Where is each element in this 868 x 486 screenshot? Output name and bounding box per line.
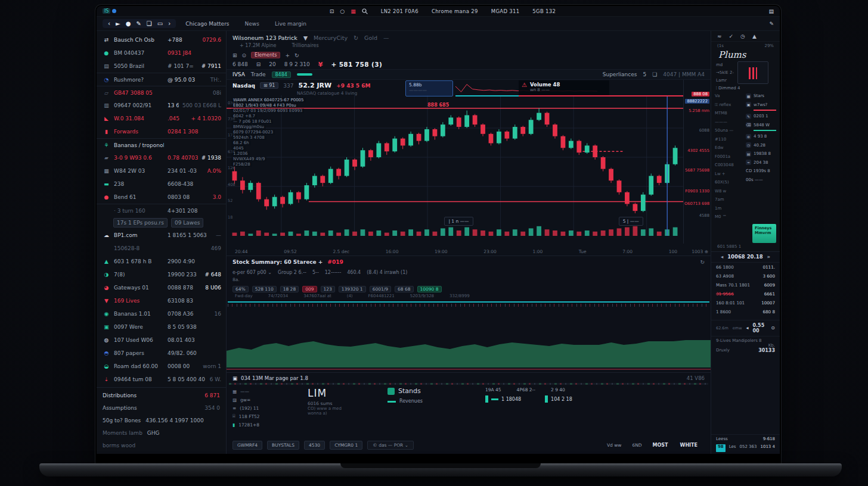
- price-axis-label[interactable]: 88822222: [685, 99, 709, 104]
- stat-chip[interactable]: 6001/9: [370, 286, 391, 292]
- watchlist-row[interactable]: ◓807 papers49/82. 060: [97, 347, 226, 360]
- watchlist-row[interactable]: ▥09647 002/9113 668 33500 03 E668 L: [97, 99, 226, 112]
- tab-live-margin[interactable]: Live margin: [275, 21, 306, 27]
- watchlist-row[interactable]: ▣0097 Were8 5 05 938: [97, 320, 226, 334]
- layout-panel-icon[interactable]: ▤: [769, 8, 774, 14]
- rcol-item[interactable]: ✎0203 1: [746, 112, 776, 121]
- price-axis-label[interactable]: F0903 1330: [685, 189, 709, 194]
- price-axis-label[interactable]: 6088: [699, 128, 709, 133]
- toolbar-button[interactable]: GWMRF4: [232, 441, 262, 450]
- menu-item[interactable]: LN2 201 F0A6: [381, 8, 418, 14]
- rcol-label[interactable]: ⚿ reflex MTM8: [715, 101, 741, 118]
- watchlist-row[interactable]: ▤5050 Brazil# 101 7=# 7911: [97, 60, 226, 73]
- watchlist-row[interactable]: ●Bend 610803 083.0: [97, 191, 226, 204]
- time-axis-label[interactable]: 2.5 dec: [333, 249, 349, 254]
- chart-floating-toolbox[interactable]: 5 | ——: [619, 217, 643, 226]
- rcol-label[interactable]: 50una —: [715, 126, 741, 135]
- menu-item[interactable]: 5GB 132: [532, 8, 556, 14]
- depth-chart[interactable]: [227, 307, 711, 372]
- time-axis-label[interactable]: 09:52: [284, 249, 297, 254]
- stat-chip[interactable]: 68 68: [395, 286, 413, 292]
- filter-item[interactable]: e-per 607 p00 ⌄: [232, 270, 272, 275]
- watchlist-row[interactable]: ⚘Bananas / troponols: [97, 138, 226, 151]
- rect-tool-icon[interactable]: ▭: [157, 20, 163, 27]
- watchlist-row[interactable]: ▮Forwards0284 1 308: [97, 125, 226, 138]
- rcol-label[interactable]: 1m: [715, 204, 741, 213]
- grid-icon[interactable]: ▦: [351, 8, 356, 14]
- dot-icon[interactable]: ●: [126, 20, 131, 27]
- rcol-label[interactable]: F0001a: [715, 152, 741, 161]
- check-icon[interactable]: ✓: [729, 33, 734, 39]
- search-icon[interactable]: [362, 8, 368, 14]
- add-icon[interactable]: +: [285, 52, 290, 58]
- order-row[interactable]: 31 95666661: [716, 291, 775, 300]
- window-icon[interactable]: ⊡: [330, 8, 334, 14]
- price-axis-label[interactable]: 4302 4555: [687, 148, 709, 153]
- time-axis-label[interactable]: 1:00: [532, 249, 542, 254]
- watchlist-row[interactable]: ⇣09464 tum 085 8 05 400 40 ,6 W.: [97, 373, 226, 386]
- filter-item[interactable]: Group 2 6.--: [278, 270, 306, 275]
- feed-label[interactable]: MercuryCity: [314, 35, 348, 41]
- rcol-label[interactable]: #110: [715, 135, 741, 144]
- app-logo[interactable]: IS: [103, 8, 116, 14]
- time-axis-label[interactable]: 7:00: [622, 249, 633, 254]
- forward-icon[interactable]: ›: [168, 20, 170, 27]
- stat-chip[interactable]: 10090 8: [417, 286, 442, 292]
- back-icon[interactable]: ‹: [108, 20, 110, 27]
- rcol-label[interactable]: M0 ™: [715, 213, 741, 222]
- volume-alert[interactable]: ⚠ Volume 48 wn 8 ——: [519, 80, 609, 96]
- filter-item[interactable]: (8.4) 4 irrawh (1): [367, 270, 407, 275]
- price-axis[interactable]: 888 08888222225.258 mm60884302 45555687 …: [683, 80, 711, 244]
- rcol-label[interactable]: 7am: [715, 195, 741, 204]
- watchlist-row[interactable]: · 3 turn 1604+301 208: [97, 204, 226, 217]
- filter-item[interactable]: 5--: [312, 270, 319, 275]
- time-axis-label[interactable]: 19:00: [435, 249, 448, 254]
- watchlist-row[interactable]: ◉Bananas 1.010708 A3616: [97, 307, 226, 320]
- frame-icon[interactable]: ❏: [652, 71, 657, 77]
- time-axis[interactable]: 20:4409:522.5 dec16:0019:0023:001:00Tue7…: [235, 249, 677, 254]
- mini-list-row[interactable]: ▨gw=: [232, 395, 299, 404]
- chart-canvas[interactable]: Nasdaq ⊞ 91 337 52.2 JRW +9 43 5 6M NASD…: [227, 80, 711, 256]
- prev-icon[interactable]: ◂: [746, 325, 748, 331]
- refresh-icon[interactable]: ↻: [354, 35, 358, 41]
- stat-chip[interactable]: 528 110: [252, 286, 277, 292]
- settings-icon[interactable]: ⊙: [771, 325, 775, 331]
- menu-item[interactable]: MGAD 311: [491, 8, 520, 14]
- price-axis-label[interactable]: 888 08: [692, 92, 709, 96]
- order-row[interactable]: 63 A9083 600: [716, 273, 775, 282]
- toolbar-button[interactable]: CYMGR0 1: [330, 441, 362, 450]
- rcol-item[interactable]: ≈204 38: [746, 158, 776, 167]
- chevron-down-icon[interactable]: ▼: [303, 35, 308, 41]
- rcol-label[interactable]: Edw: [715, 144, 741, 152]
- watchlist-row[interactable]: ◒Roam dad 60.000008 00worn 1: [97, 360, 226, 373]
- most-button[interactable]: MOST: [653, 443, 668, 448]
- refresh-icon[interactable]: ↻: [294, 52, 299, 58]
- clock-icon[interactable]: ◷: [740, 33, 745, 39]
- stat-chip[interactable]: 64%: [232, 286, 249, 292]
- rcol-label[interactable]: Lw +: [715, 170, 741, 179]
- superliances-label[interactable]: Superliances: [603, 71, 637, 77]
- size-value[interactable]: 0.55 00: [752, 323, 767, 334]
- chart-floating-toolbox[interactable]: | 1 n ——: [444, 217, 473, 226]
- rcol-item[interactable]: ▤19838 8: [746, 149, 776, 158]
- rcol-item[interactable]: ▦Stars: [746, 92, 776, 101]
- watchlist-row[interactable]: ▲603 1 678 h B2900 4:90: [97, 255, 226, 268]
- order-row[interactable]: Mass 70.1 18016009: [716, 282, 775, 291]
- watchlist-row[interactable]: ▼169 Lives63108 83: [97, 294, 226, 307]
- mini-list-row[interactable]: ▦——: [232, 387, 299, 395]
- cursor-icon[interactable]: ►: [116, 20, 120, 27]
- time-axis-label[interactable]: 16:00: [386, 249, 399, 254]
- rcol-item[interactable]: ⊛4 93 8: [746, 132, 776, 141]
- order-row[interactable]: 66 18000111.: [716, 264, 775, 273]
- filter-item[interactable]: 12------: [325, 270, 342, 275]
- watchlist-row[interactable]: ◑7(8)19900 233# 648: [97, 268, 226, 281]
- rcol-label[interactable]: 60X(5): [715, 178, 741, 187]
- time-axis-label[interactable]: 23:00: [483, 249, 497, 254]
- filter-select[interactable]: © das — POR ⌄: [367, 441, 414, 450]
- filter-item[interactable]: 460.4: [347, 270, 361, 275]
- mini-list-row[interactable]: ⌸118 FT52: [232, 412, 299, 420]
- toolbar-button[interactable]: 4530: [304, 441, 325, 450]
- watchlist-row[interactable]: ☁BP1.com1 8165 1 5063—: [97, 229, 226, 242]
- next-icon[interactable]: »: [767, 254, 771, 260]
- rcol-item[interactable]: ◷40.28: [746, 141, 776, 150]
